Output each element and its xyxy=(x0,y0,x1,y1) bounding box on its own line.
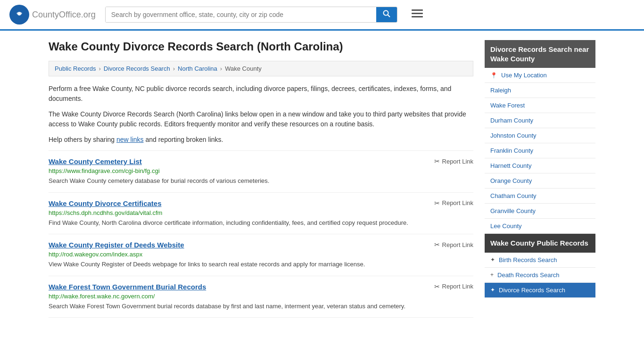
report-link-btn-2[interactable]: ✂ Report Link xyxy=(434,241,473,248)
sidebar-nearby-item-2[interactable]: Durham County xyxy=(485,113,595,128)
sidebar-nearby-link-1[interactable]: Wake Forest xyxy=(490,102,525,109)
sidebar-record-item-1[interactable]: +Death Records Search xyxy=(485,268,595,283)
record-item-1: Wake County Divorce Certificates ✂ Repor… xyxy=(49,193,473,235)
sidebar-nearby-item-1[interactable]: Wake Forest xyxy=(485,98,595,113)
sidebar: Divorce Records Search near Wake County … xyxy=(485,40,595,318)
report-icon-0: ✂ xyxy=(434,157,440,165)
report-icon-2: ✂ xyxy=(434,241,440,248)
svg-point-1 xyxy=(18,12,21,15)
new-links-link[interactable]: new links xyxy=(116,136,144,143)
sidebar-nearby-link-0[interactable]: Raleigh xyxy=(490,87,511,94)
logo-text: CountyOffice.org xyxy=(32,10,96,20)
public-records-header: Wake County Public Records xyxy=(485,234,595,253)
logo-icon xyxy=(9,5,29,25)
nearby-header: Divorce Records Search near Wake County xyxy=(485,40,595,68)
breadcrumb-sep-1: › xyxy=(99,65,100,72)
desc-para3-after: and reporting broken links. xyxy=(144,136,223,143)
description-para3: Help others by sharing new links and rep… xyxy=(49,135,473,145)
description-para1: Perform a free Wake County, NC public di… xyxy=(49,84,473,104)
report-link-label-3: Report Link xyxy=(442,283,473,290)
svg-line-3 xyxy=(388,15,390,17)
location-pin-icon: 📍 xyxy=(490,72,497,79)
record-title-1[interactable]: Wake County Divorce Certificates xyxy=(49,199,162,207)
sidebar-nearby-link-3[interactable]: Johnston County xyxy=(490,132,537,139)
use-my-location-link[interactable]: Use My Location xyxy=(501,72,547,79)
public-records-items-list: ✦Birth Records Search+Death Records Sear… xyxy=(485,253,595,298)
sidebar-record-link-0[interactable]: Birth Records Search xyxy=(499,256,557,263)
svg-rect-5 xyxy=(412,13,423,14)
breadcrumb: Public Records › Divorce Records Search … xyxy=(49,61,473,76)
sidebar-nearby-link-8[interactable]: Granville County xyxy=(490,207,536,214)
sidebar-nearby-item-8[interactable]: Granville County xyxy=(485,204,595,219)
sidebar-nearby-item-3[interactable]: Johnston County xyxy=(485,128,595,143)
report-link-btn-1[interactable]: ✂ Report Link xyxy=(434,199,473,207)
sidebar-nearby-link-6[interactable]: Orange County xyxy=(490,177,532,184)
sidebar-nearby-item-9[interactable]: Lee County xyxy=(485,219,595,234)
logo-suffix: .org xyxy=(81,10,96,19)
record-item-0: Wake County Cemetery List ✂ Report Link … xyxy=(49,150,473,193)
record-item-3: Wake Forest Town Government Burial Recor… xyxy=(49,276,473,318)
breadcrumb-sep-3: › xyxy=(220,65,222,72)
page-title: Wake County Divorce Records Search (Nort… xyxy=(49,40,473,53)
nearby-section: Divorce Records Search near Wake County … xyxy=(485,40,595,234)
sidebar-nearby-item-4[interactable]: Franklin County xyxy=(485,143,595,158)
sidebar-nearby-link-4[interactable]: Franklin County xyxy=(490,147,533,154)
records-list: Wake County Cemetery List ✂ Report Link … xyxy=(49,150,473,318)
record-desc-2: View Wake County Register of Deeds webpa… xyxy=(49,260,473,269)
record-url-1[interactable]: https://schs.dph.ncdhhs.gov/data/vital.c… xyxy=(49,209,473,216)
sidebar-nearby-item-7[interactable]: Chatham County xyxy=(485,189,595,204)
search-bar xyxy=(105,7,397,23)
record-icon-2: ✦ xyxy=(490,287,495,293)
use-my-location[interactable]: 📍 Use My Location xyxy=(485,68,595,83)
record-icon-1: + xyxy=(490,272,494,278)
sidebar-record-link-2[interactable]: Divorce Records Search xyxy=(499,287,565,294)
record-desc-3: Search Wake Forest Town Government buria… xyxy=(49,302,473,311)
record-icon-0: ✦ xyxy=(490,256,495,263)
sidebar-nearby-link-9[interactable]: Lee County xyxy=(490,222,522,230)
record-title-2[interactable]: Wake County Register of Deeds Website xyxy=(49,241,184,249)
record-title-3[interactable]: Wake Forest Town Government Burial Recor… xyxy=(49,283,206,291)
logo-area[interactable]: CountyOffice.org xyxy=(9,5,96,25)
sidebar-nearby-link-5[interactable]: Harnett County xyxy=(490,162,531,169)
search-input[interactable] xyxy=(106,7,376,22)
sidebar-nearby-item-5[interactable]: Harnett County xyxy=(485,158,595,173)
record-url-3[interactable]: http://wake.forest.wake.nc.govern.com/ xyxy=(49,293,473,300)
report-link-label-1: Report Link xyxy=(442,199,473,206)
search-button[interactable] xyxy=(376,7,397,22)
public-records-section: Wake County Public Records ✦Birth Record… xyxy=(485,234,595,298)
svg-rect-6 xyxy=(412,16,423,17)
report-icon-1: ✂ xyxy=(434,199,440,207)
sidebar-record-item-2[interactable]: ✦Divorce Records Search xyxy=(485,283,595,298)
report-link-btn-3[interactable]: ✂ Report Link xyxy=(434,283,473,290)
svg-point-2 xyxy=(383,11,388,16)
sidebar-nearby-link-2[interactable]: Durham County xyxy=(490,117,533,124)
report-link-label-0: Report Link xyxy=(442,158,473,165)
breadcrumb-public-records[interactable]: Public Records xyxy=(55,65,96,72)
breadcrumb-north-carolina[interactable]: North Carolina xyxy=(178,65,217,72)
content-area: Wake County Divorce Records Search (Nort… xyxy=(49,40,473,318)
breadcrumb-divorce-records[interactable]: Divorce Records Search xyxy=(104,65,170,72)
record-item-2: Wake County Register of Deeds Website ✂ … xyxy=(49,234,473,276)
record-title-0[interactable]: Wake County Cemetery List xyxy=(49,157,142,165)
sidebar-nearby-item-0[interactable]: Raleigh xyxy=(485,83,595,98)
menu-button[interactable] xyxy=(412,9,423,20)
sidebar-nearby-link-7[interactable]: Chatham County xyxy=(490,192,537,199)
record-url-2[interactable]: http://rod.wakegov.com/index.aspx xyxy=(49,251,473,258)
nearby-items-list: RaleighWake ForestDurham CountyJohnston … xyxy=(485,83,595,234)
sidebar-record-item-0[interactable]: ✦Birth Records Search xyxy=(485,253,595,268)
sidebar-nearby-item-6[interactable]: Orange County xyxy=(485,173,595,189)
breadcrumb-wake-county: Wake County xyxy=(225,65,262,72)
desc-para3-before: Help others by sharing xyxy=(49,136,116,143)
report-link-btn-0[interactable]: ✂ Report Link xyxy=(434,157,473,165)
breadcrumb-sep-2: › xyxy=(173,65,175,72)
report-icon-3: ✂ xyxy=(434,283,440,290)
record-desc-1: Find Wake County, North Carolina divorce… xyxy=(49,218,473,228)
header: CountyOffice.org xyxy=(0,0,644,31)
svg-rect-4 xyxy=(412,9,423,11)
sidebar-record-link-1[interactable]: Death Records Search xyxy=(497,272,560,279)
record-desc-0: Search Wake County cemetery database for… xyxy=(49,176,473,186)
logo-name: CountyOffice xyxy=(32,10,81,19)
report-link-label-2: Report Link xyxy=(442,241,473,248)
description-para2: The Wake County Divorce Records Search (… xyxy=(49,109,473,129)
record-url-0[interactable]: https://www.findagrave.com/cgi-bin/fg.cg… xyxy=(49,167,473,174)
